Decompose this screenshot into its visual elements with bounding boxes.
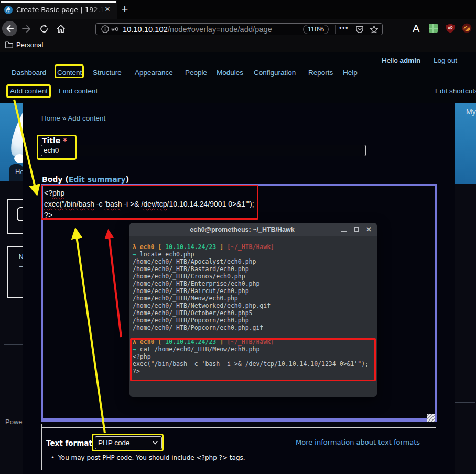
active-tab-indicator — [1, 1, 116, 3]
background-page-left: Ho N Powe — [0, 103, 23, 474]
background-home-tab: Ho — [9, 164, 23, 181]
text-format-label: Text format — [46, 439, 92, 447]
home-icon — [56, 24, 66, 34]
key-icon[interactable] — [111, 26, 119, 33]
breadcrumb-current: Add content — [68, 114, 105, 122]
bookmark-personal[interactable]: Personal — [16, 41, 43, 49]
terminal-command: → locate ech0.php — [133, 251, 377, 258]
menu-modules[interactable]: Modules — [217, 69, 243, 77]
navigation-toolbar: 10.10.10.102/node#overlay=node/add/page … — [0, 19, 476, 38]
url-host: 10.10.10.102 — [123, 25, 168, 34]
svg-text:uO: uO — [448, 26, 452, 29]
reload-icon — [39, 24, 49, 34]
greeting-text: Hello admin — [382, 57, 420, 64]
bookmarks-toolbar: Personal — [0, 38, 476, 52]
text-segment: → — [133, 251, 140, 258]
terminal-output-line: /home/ech0/_HTB/Haircut/ech0.php — [133, 287, 377, 295]
home-button[interactable] — [56, 24, 66, 34]
forward-arrow-icon — [21, 24, 31, 34]
body-label-suffix: ) — [126, 175, 129, 184]
extension-green-icon[interactable] — [429, 24, 438, 33]
powered-by-text: Powe — [5, 418, 23, 426]
back-arrow-icon — [5, 24, 14, 33]
title-input[interactable]: ech0 — [41, 145, 366, 156]
menu-structure[interactable]: Structure — [93, 69, 122, 77]
folder-icon — [5, 41, 13, 48]
text-segment: [~/_HTB/Hawk] — [223, 243, 274, 251]
terminal-output-line: /home/ech0/_HTB/Apocalyst/ech0.php — [133, 258, 377, 265]
breadcrumb: Home » Add content — [41, 114, 105, 122]
annotation-box-add-content — [6, 84, 51, 98]
background-search-block — [7, 199, 23, 234]
site-header-band-right: My — [455, 103, 476, 184]
menu-reports[interactable]: Reports — [308, 69, 333, 77]
tab-close-icon[interactable]: ✕ — [103, 5, 112, 14]
textarea-resize-handle[interactable] — [427, 414, 435, 422]
urlbar-separator — [335, 25, 336, 34]
terminal-titlebar[interactable]: ech0@prometheus: ~/_HTB/Hawk ✕ — [129, 223, 377, 236]
maximize-icon[interactable] — [354, 227, 359, 232]
tab-bar: Create Basic page | 192.1 ✕ + — [0, 0, 476, 19]
bookmark-star-icon[interactable] — [370, 25, 378, 34]
edit-summary-link[interactable]: Edit summary — [69, 175, 126, 184]
zoom-indicator[interactable]: 110% — [303, 25, 329, 34]
tip-bullet: • — [51, 454, 55, 461]
url-text[interactable]: 10.10.10.102/node#overlay=node/add/page — [123, 25, 272, 34]
menu-dashboard[interactable]: Dashboard — [12, 69, 46, 77]
terminal-output-line: /home/ech0/_HTB/October/ech0.php5 — [133, 309, 377, 317]
edit-shortcuts-link[interactable]: Edit shortcuts — [435, 87, 476, 95]
extension-a-icon[interactable]: A — [413, 23, 422, 34]
tab-title: Create Basic page | 192.1 — [16, 6, 106, 14]
annotation-box-php-code — [92, 434, 164, 451]
more-info-link[interactable]: More information about text formats — [296, 438, 420, 446]
terminal-output-line: /home/ech0/_HTB/Meow/ech0.php — [133, 295, 377, 302]
background-nav-block: N — [7, 246, 23, 298]
terminal-output-line: /home/ech0/_HTB/Cronos/ech0.php — [133, 273, 377, 280]
menu-configuration[interactable]: Configuration — [254, 69, 296, 77]
terminal-output-line: /home/ech0/_HTB/Networked/ech0.php.gif — [133, 302, 377, 309]
my-account-link: My — [466, 107, 476, 116]
username: admin — [400, 57, 421, 64]
reload-button[interactable] — [39, 24, 49, 34]
text-format-tip: •You may post PHP code. You should inclu… — [51, 454, 245, 461]
menu-help[interactable]: Help — [343, 69, 358, 77]
annotation-box-content — [55, 64, 84, 78]
web-page: Ho N Powe My Hello admin Log out Dashboa… — [0, 52, 476, 474]
pocket-icon[interactable] — [355, 25, 364, 34]
text-segment: λ ech0 [ — [133, 243, 165, 251]
terminal-output-line: /home/ech0/_HTB/Popcorn/ech0.php.gif — [133, 324, 377, 331]
menu-appearance[interactable]: Appearance — [135, 69, 173, 77]
browser-tab[interactable]: Create Basic page | 192.1 ✕ — [0, 0, 117, 19]
shortcut-find-content[interactable]: Find content — [59, 87, 98, 95]
body-label-prefix: Body ( — [42, 175, 69, 184]
close-icon[interactable]: ✕ — [366, 225, 372, 233]
drupal-favicon-icon — [4, 6, 13, 14]
terminal-title: ech0@prometheus: ~/_HTB/Hawk — [118, 226, 366, 233]
url-bar[interactable]: 10.10.10.102/node#overlay=node/add/page … — [95, 23, 383, 35]
annotation-box-terminal-cat — [130, 338, 376, 381]
tip-text: You may post PHP code. You should includ… — [58, 454, 245, 461]
logout-link[interactable]: Log out — [434, 57, 457, 64]
terminal-output-line: /home/ech0/_HTB/Bastard/ech0.php — [133, 265, 377, 273]
page-actions-icon[interactable]: ••• — [339, 24, 349, 32]
foxyproxy-icon[interactable] — [462, 23, 472, 33]
new-tab-button[interactable]: + — [119, 4, 131, 15]
breadcrumb-home-link[interactable]: Home — [41, 114, 60, 122]
menu-people[interactable]: People — [185, 69, 207, 77]
text-segment: 10.10.14.24/23 — [165, 243, 216, 251]
site-info-icon[interactable] — [101, 25, 109, 33]
minimize-icon[interactable] — [341, 231, 347, 232]
ublock-origin-icon[interactable]: uO — [446, 23, 455, 33]
text-segment: ] — [216, 243, 223, 251]
text-segment: locate ech0.php — [140, 251, 194, 258]
annotation-box-title — [37, 135, 77, 160]
forward-button[interactable] — [21, 24, 31, 34]
terminal-output-line: /home/ech0/_HTB/Enterprise/ech0.php — [133, 280, 377, 287]
back-button[interactable] — [2, 21, 17, 36]
browser-window: Create Basic page | 192.1 ✕ + — [0, 0, 476, 474]
body-field-label: Body (Edit summary) — [42, 175, 129, 184]
background-divider-right — [455, 402, 475, 403]
terminal-prompt: λ ech0 [ 10.10.14.24/23 ] [~/_HTB/Hawk] — [133, 243, 377, 251]
background-divider — [4, 344, 23, 345]
url-path: /node#overlay=node/add/page — [168, 25, 272, 34]
